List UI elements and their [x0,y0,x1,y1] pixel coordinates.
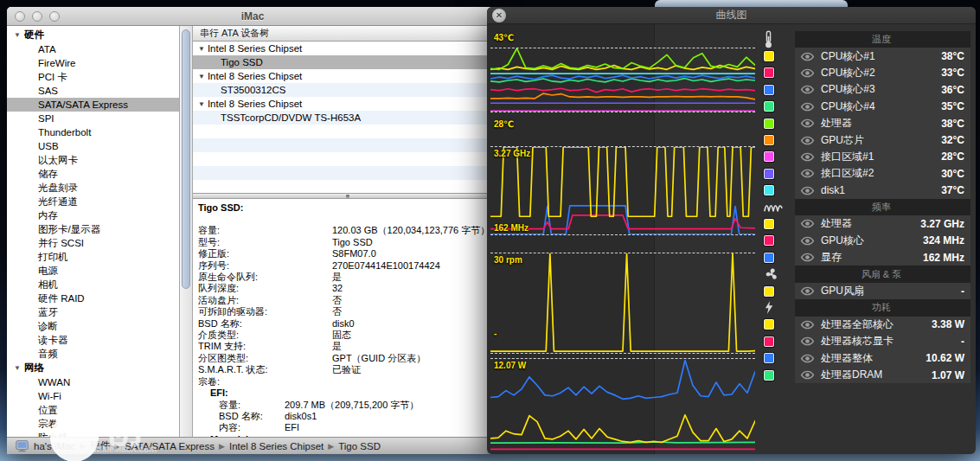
eye-icon[interactable] [798,68,816,78]
eye-icon[interactable] [798,85,816,94]
eye-icon[interactable] [798,136,816,145]
zoom-button[interactable] [49,11,60,22]
breadcrumb-item[interactable]: Intel 8 Series Chipset [229,441,323,451]
color-swatch[interactable] [764,67,774,78]
breadcrumb-item[interactable]: 硬件 [90,439,110,452]
sidebar-item--[interactable]: 防火墙 [7,431,179,437]
sensor-value: 3.38 W [932,318,964,330]
sidebar-section-header[interactable]: ▼网络 [7,361,179,375]
eye-icon[interactable] [798,118,816,128]
color-swatch[interactable] [764,151,774,162]
color-swatch[interactable] [764,336,774,347]
close-icon[interactable]: ✕ [492,9,506,22]
tree-row[interactable]: Tigo SSD [193,55,498,69]
pane-splitter[interactable] [193,193,498,199]
sidebar-item--[interactable]: 蓝牙 [7,305,179,319]
disclosure-triangle-icon[interactable]: ▼ [198,45,205,53]
disclosure-triangle-icon[interactable]: ▼ [198,100,205,108]
eye-icon[interactable] [798,169,816,178]
eye-icon[interactable] [798,102,816,112]
eye-icon[interactable] [798,286,816,296]
color-swatch[interactable] [764,51,774,61]
breadcrumb-item[interactable]: Tigo SSD [338,441,381,451]
color-swatch[interactable] [764,353,774,363]
sensor-row-band: 接口区域#128°C [795,149,970,165]
sidebar-item-wi-fi[interactable]: Wi-Fi [7,389,179,403]
sensor-label: CPU核心#1 [821,49,875,64]
disclosure-triangle-icon[interactable]: ▼ [198,73,205,80]
eye-icon[interactable] [798,336,816,346]
close-button[interactable] [15,11,25,22]
tree-row[interactable]: ST3500312CS [193,83,498,97]
tree-row[interactable]: ▼Intel 8 Series Chipset [193,42,498,55]
color-swatch[interactable] [764,286,774,297]
color-swatch[interactable] [764,253,774,263]
sidebar-item-ata[interactable]: ATA [7,42,179,56]
breadcrumb-item[interactable]: SATA/SATA Express [125,441,215,451]
sensor-row: 处理器3.27 GHz [760,215,970,232]
color-swatch[interactable] [764,370,774,381]
color-swatch[interactable] [764,235,774,246]
sidebar-scrollbar-thumb[interactable] [182,29,190,289]
sensor-swatch-cell [760,353,795,363]
titlebar[interactable]: iMac [7,7,498,26]
sidebar-item--[interactable]: 电源 [7,264,179,278]
sidebar-item-spi[interactable]: SPI [7,112,179,125]
sidebar-item-pci-[interactable]: PCI 卡 [7,70,179,84]
eye-icon[interactable] [798,152,816,162]
sidebar-item--[interactable]: 内存 [7,208,179,222]
sidebar-item--[interactable]: 位置 [7,403,179,417]
sidebar-item--[interactable]: 光盘刻录 [7,181,179,195]
sidebar-item--[interactable]: 宗卷 [7,417,179,431]
sidebar-item--[interactable]: 以太网卡 [7,153,179,167]
sidebar-item--raid[interactable]: 硬件 RAID [7,291,179,305]
eye-icon[interactable] [798,52,816,61]
color-swatch[interactable] [764,169,774,179]
sidebar-item--[interactable]: 诊断 [7,319,179,333]
sidebar-item--[interactable]: 打印机 [7,250,179,264]
sidebar-scrollbar[interactable] [180,26,193,437]
eye-icon[interactable] [798,219,816,228]
eye-icon[interactable] [798,370,816,380]
eye-icon[interactable] [798,253,816,262]
sidebar-item-usb[interactable]: USB [7,139,179,153]
minimize-button[interactable] [32,11,42,22]
color-swatch[interactable] [764,219,774,229]
color-swatch[interactable] [764,85,774,95]
detail-field-label: 内容: [219,422,285,433]
sidebar-item-wwan[interactable]: WWAN [7,375,179,389]
detail-field: TRIM 支持:是 [198,341,498,352]
sidebar-item-thunderbolt[interactable]: Thunderbolt [7,125,179,139]
eye-icon[interactable] [798,186,816,195]
sidebar-item--[interactable]: 光纤通道 [7,195,179,208]
breadcrumb-item[interactable]: ha's iMac [34,441,75,451]
sidebar-item--[interactable]: 储存 [7,167,179,181]
sensor-row: GPU风扇- [760,283,970,299]
eye-icon[interactable] [798,354,816,363]
sidebar-item--[interactable]: 图形卡/显示器 [7,222,179,236]
sensor-swatch-cell [760,286,795,297]
color-swatch[interactable] [764,101,774,112]
eye-icon[interactable] [798,236,816,246]
sidebar-item--[interactable]: 相机 [7,278,179,291]
tree-row-label: TSSTcorpCD/DVDW TS-H653A [193,112,361,123]
color-swatch[interactable] [764,118,774,129]
eye-icon[interactable] [798,320,816,330]
sidebar-section-header[interactable]: ▼硬件 [7,28,179,42]
color-swatch[interactable] [764,185,774,195]
sidebar-item--[interactable]: 读卡器 [7,333,179,347]
tree-row[interactable]: ▼Intel 8 Series Chipset [193,97,498,111]
detail-field-label: BSD 名称: [198,318,332,330]
chart-plot-fan [490,253,755,354]
sidebar-item-sata-sata-express[interactable]: SATA/SATA Express [7,98,179,112]
color-swatch[interactable] [764,319,774,330]
sidebar-item-sas[interactable]: SAS [7,84,179,98]
color-swatch[interactable] [764,135,774,145]
tree-row[interactable]: ▼Intel 8 Series Chipset [193,69,498,83]
sidebar-item-firewire[interactable]: FireWire [7,56,179,70]
sensor-row-band: 处理器3.27 GHz [795,215,970,232]
tree-row[interactable]: TSSTcorpCD/DVDW TS-H653A [193,111,498,125]
graph-titlebar[interactable]: ✕ 曲线图 [487,7,976,24]
sidebar-item--scsi[interactable]: 并行 SCSI [7,236,179,250]
sidebar-item--[interactable]: 音频 [7,347,179,361]
